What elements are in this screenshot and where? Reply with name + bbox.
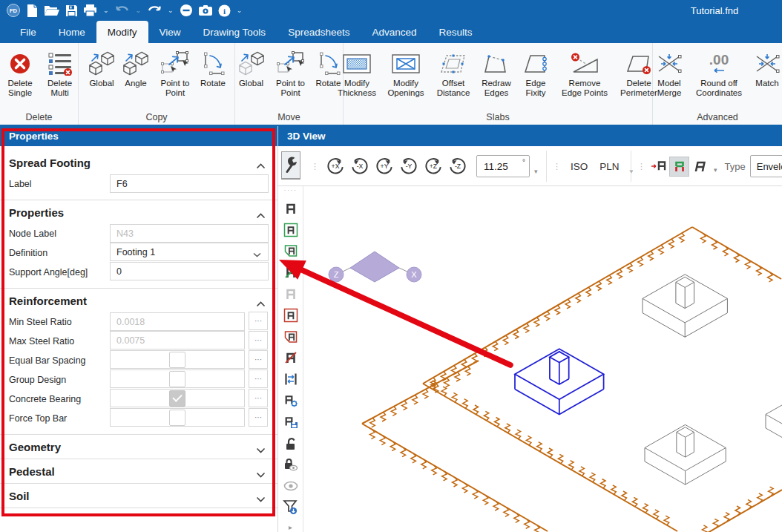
- modify-thickness-button[interactable]: Modify Thickness: [333, 47, 381, 99]
- support-angle-field[interactable]: 0: [110, 262, 269, 280]
- max-steel-ellipsis-button[interactable]: ···: [249, 331, 268, 349]
- section-header-soil[interactable]: Soil: [0, 484, 277, 508]
- toolbar-handle-icon[interactable]: ⋮: [553, 162, 562, 171]
- copy-point-to-point-button[interactable]: Point to Point: [154, 47, 197, 99]
- remove-icon[interactable]: [180, 1, 193, 19]
- save-icon[interactable]: [65, 1, 78, 19]
- copy-rotate-button[interactable]: Rotate: [198, 47, 228, 90]
- unlock-icon[interactable]: [282, 436, 300, 452]
- label-a-green-slash-icon[interactable]: [282, 264, 300, 280]
- rotate-minusx-button[interactable]: -X: [347, 154, 372, 179]
- chevron-up-icon[interactable]: [256, 297, 266, 309]
- redo-icon[interactable]: [147, 1, 162, 19]
- section-header-reinforcement[interactable]: Reinforcement: [0, 289, 277, 312]
- definition-select[interactable]: Footing 1: [110, 243, 269, 261]
- copy-global-button[interactable]: Global: [85, 47, 118, 90]
- redraw-edges-button[interactable]: Redraw Edges: [477, 47, 516, 99]
- chevron-down-icon[interactable]: [256, 443, 266, 456]
- tab-view[interactable]: View: [148, 21, 192, 43]
- soil-support-edge[interactable]: [362, 361, 479, 427]
- concrete-bearing-ellipsis-button[interactable]: ···: [249, 389, 268, 407]
- new-file-icon[interactable]: [26, 1, 39, 19]
- move-point-to-point-button[interactable]: Point to Point: [269, 47, 312, 99]
- label-a-red-box-icon[interactable]: [282, 307, 300, 324]
- chevron-down-icon[interactable]: [256, 492, 266, 505]
- toolbar-handle-icon[interactable]: ⋮: [311, 162, 320, 171]
- open-file-icon[interactable]: [44, 1, 60, 19]
- label-a-green-box-icon[interactable]: [282, 222, 300, 238]
- soil-support-edge[interactable]: [692, 227, 781, 282]
- equal-bar-spacing-ellipsis-button[interactable]: ···: [249, 350, 268, 369]
- section-header-pedestal[interactable]: Pedestal: [0, 459, 277, 483]
- label-color-button[interactable]: [669, 157, 689, 177]
- filter-icon[interactable]: [282, 499, 300, 516]
- model-merge-button[interactable]: Model Merge: [651, 47, 688, 99]
- view-settings-button[interactable]: [281, 151, 300, 180]
- tab-file[interactable]: File: [9, 21, 47, 43]
- tab-modify[interactable]: Modify: [96, 21, 148, 43]
- visibility-icon[interactable]: [282, 478, 300, 494]
- min-steel-ellipsis-button[interactable]: ···: [249, 312, 268, 330]
- copy-angle-button[interactable]: Angle: [119, 47, 152, 90]
- offset-distance-button[interactable]: Offset Distance: [431, 47, 476, 99]
- delete-multi-button[interactable]: Delete Multi: [42, 47, 78, 99]
- section-header-spread-footing[interactable]: Spread Footing: [0, 151, 277, 174]
- undo-dropdown-icon[interactable]: ⌄: [136, 7, 142, 14]
- label-a-red-slash-icon[interactable]: [282, 349, 300, 366]
- rotate-plusx-button[interactable]: +X: [323, 154, 347, 179]
- lock-visibility-icon[interactable]: [282, 456, 300, 473]
- 3d-canvas[interactable]: Z X: [303, 186, 782, 532]
- label-settings-icon[interactable]: [282, 393, 300, 409]
- rotate-minusy-button[interactable]: -Y: [396, 154, 421, 179]
- label-arrow-button[interactable]: [649, 157, 669, 177]
- toolbar-handle-icon[interactable]: ⋮: [637, 162, 646, 171]
- drag-handle-icon[interactable]: ····: [284, 186, 298, 195]
- chevron-down-icon[interactable]: [256, 467, 266, 480]
- equal-bar-spacing-checkbox[interactable]: [169, 352, 185, 368]
- tab-spreadsheets[interactable]: Spreadsheets: [277, 21, 361, 43]
- label-a-icon[interactable]: [282, 200, 300, 217]
- concrete-bearing-checkbox[interactable]: [169, 390, 185, 407]
- group-design-checkbox[interactable]: [169, 371, 185, 387]
- print-icon[interactable]: [83, 1, 97, 19]
- round-off-coordinates-button[interactable]: .00 Round off Coordinates: [689, 47, 749, 99]
- group-design-ellipsis-button[interactable]: ···: [249, 370, 268, 388]
- footing[interactable]: [766, 391, 782, 451]
- iso-view-button[interactable]: ISO: [565, 158, 594, 175]
- camera-icon[interactable]: [198, 1, 213, 19]
- soil-support-edge[interactable]: [423, 227, 692, 387]
- tab-drawing-tools[interactable]: Drawing Tools: [192, 21, 277, 43]
- label-a-red-flag-icon[interactable]: [282, 329, 300, 345]
- label-style-button[interactable]: [689, 157, 709, 177]
- swap-arrows-icon[interactable]: [282, 371, 300, 387]
- footing-label-field[interactable]: F6: [110, 174, 269, 193]
- info-dropdown-icon[interactable]: ⌄: [237, 7, 243, 14]
- chevron-up-icon[interactable]: [256, 208, 266, 221]
- tab-advanced[interactable]: Advanced: [361, 21, 427, 43]
- print-dropdown-icon[interactable]: ⌄: [103, 7, 109, 14]
- undo-icon[interactable]: [115, 1, 130, 19]
- chevron-up-icon[interactable]: [256, 159, 266, 171]
- info-icon[interactable]: i: [218, 1, 231, 19]
- tab-results[interactable]: Results: [427, 21, 483, 43]
- section-header-geometry[interactable]: Geometry: [0, 435, 277, 459]
- footing[interactable]: [645, 424, 726, 485]
- force-top-bar-ellipsis-button[interactable]: ···: [249, 408, 268, 427]
- remove-edge-points-button[interactable]: Remove Edge Points: [556, 47, 614, 99]
- expand-icon[interactable]: ▸: [284, 522, 297, 532]
- delete-single-button[interactable]: Delete Single: [0, 47, 40, 99]
- move-global-button[interactable]: Global: [235, 47, 268, 90]
- soil-support-edge[interactable]: [694, 487, 782, 532]
- soil-support-edge[interactable]: [423, 381, 677, 531]
- toolbar-overflow-icon[interactable]: ▾: [534, 168, 538, 175]
- match-button[interactable]: Match: [750, 47, 782, 90]
- label-a-gray-icon[interactable]: [282, 286, 300, 302]
- section-header-properties[interactable]: Properties: [0, 200, 277, 224]
- rotate-plusy-button[interactable]: +Y: [372, 154, 396, 179]
- redo-dropdown-icon[interactable]: ⌄: [168, 7, 174, 14]
- plan-view-button[interactable]: PLN: [594, 158, 625, 175]
- footing[interactable]: [643, 275, 727, 337]
- tab-home[interactable]: Home: [47, 21, 96, 43]
- rotate-plusz-button[interactable]: +Z: [421, 154, 445, 179]
- edge-fixity-button[interactable]: Edge Fixity: [517, 47, 554, 99]
